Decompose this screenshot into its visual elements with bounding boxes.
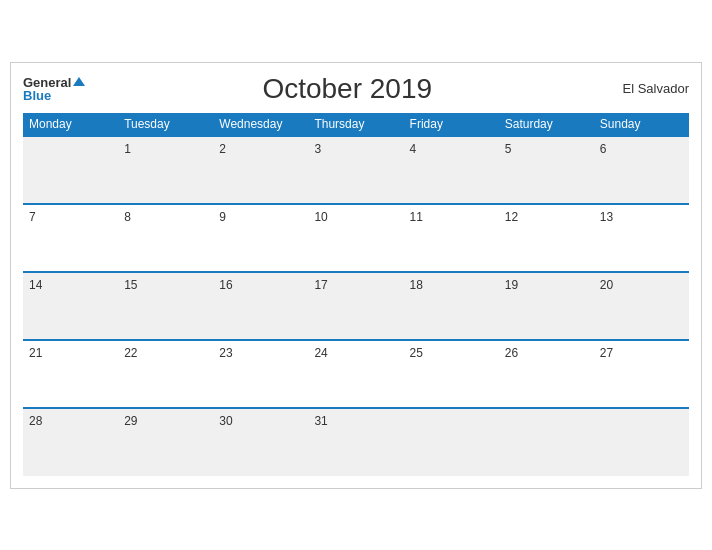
calendar-day-cell: 31: [308, 408, 403, 476]
day-number: 5: [505, 142, 588, 156]
calendar-header: General Blue October 2019 El Salvador: [23, 73, 689, 105]
weekday-header-thursday: Thursday: [308, 113, 403, 136]
calendar-day-cell: 8: [118, 204, 213, 272]
calendar-day-cell: 26: [499, 340, 594, 408]
calendar-day-cell: [594, 408, 689, 476]
calendar-day-cell: 7: [23, 204, 118, 272]
calendar-header-row: MondayTuesdayWednesdayThursdayFridaySatu…: [23, 113, 689, 136]
day-number: 11: [410, 210, 493, 224]
weekday-header-friday: Friday: [404, 113, 499, 136]
day-number: 18: [410, 278, 493, 292]
logo-general-line: General: [23, 76, 85, 89]
day-number: 28: [29, 414, 112, 428]
calendar-day-cell: 16: [213, 272, 308, 340]
calendar-day-cell: 15: [118, 272, 213, 340]
calendar-day-cell: [499, 408, 594, 476]
calendar-day-cell: [404, 408, 499, 476]
calendar-day-cell: 17: [308, 272, 403, 340]
day-number: 1: [124, 142, 207, 156]
day-number: 15: [124, 278, 207, 292]
day-number: 25: [410, 346, 493, 360]
logo-general-text: General: [23, 76, 71, 89]
day-number: 24: [314, 346, 397, 360]
day-number: 19: [505, 278, 588, 292]
day-number: 6: [600, 142, 683, 156]
calendar-day-cell: 29: [118, 408, 213, 476]
day-number: 29: [124, 414, 207, 428]
calendar-day-cell: 4: [404, 136, 499, 204]
calendar-day-cell: 21: [23, 340, 118, 408]
day-number: 26: [505, 346, 588, 360]
day-number: 2: [219, 142, 302, 156]
calendar-day-cell: 13: [594, 204, 689, 272]
month-title: October 2019: [85, 73, 609, 105]
day-number: 31: [314, 414, 397, 428]
day-number: 10: [314, 210, 397, 224]
country-label: El Salvador: [609, 81, 689, 96]
day-number: 22: [124, 346, 207, 360]
day-number: 16: [219, 278, 302, 292]
calendar-day-cell: 27: [594, 340, 689, 408]
weekday-header-tuesday: Tuesday: [118, 113, 213, 136]
day-number: 23: [219, 346, 302, 360]
day-number: 4: [410, 142, 493, 156]
day-number: 9: [219, 210, 302, 224]
calendar-day-cell: 25: [404, 340, 499, 408]
day-number: 3: [314, 142, 397, 156]
calendar-day-cell: 24: [308, 340, 403, 408]
calendar-day-cell: 6: [594, 136, 689, 204]
day-number: 21: [29, 346, 112, 360]
day-number: 27: [600, 346, 683, 360]
calendar-day-cell: 18: [404, 272, 499, 340]
weekday-header-saturday: Saturday: [499, 113, 594, 136]
day-number: 12: [505, 210, 588, 224]
weekday-header-row: MondayTuesdayWednesdayThursdayFridaySatu…: [23, 113, 689, 136]
logo-blue-text: Blue: [23, 89, 85, 102]
logo-triangle-icon: [73, 77, 85, 86]
calendar-day-cell: 23: [213, 340, 308, 408]
calendar-day-cell: 10: [308, 204, 403, 272]
day-number: 14: [29, 278, 112, 292]
weekday-header-sunday: Sunday: [594, 113, 689, 136]
logo: General Blue: [23, 76, 85, 102]
calendar-day-cell: 5: [499, 136, 594, 204]
day-number: 8: [124, 210, 207, 224]
calendar-day-cell: 22: [118, 340, 213, 408]
day-number: 20: [600, 278, 683, 292]
calendar-body: 1234567891011121314151617181920212223242…: [23, 136, 689, 476]
calendar-week-row: 78910111213: [23, 204, 689, 272]
weekday-header-monday: Monday: [23, 113, 118, 136]
calendar-week-row: 21222324252627: [23, 340, 689, 408]
calendar-day-cell: [23, 136, 118, 204]
calendar-day-cell: 30: [213, 408, 308, 476]
day-number: 13: [600, 210, 683, 224]
calendar-day-cell: 2: [213, 136, 308, 204]
calendar-day-cell: 20: [594, 272, 689, 340]
calendar-day-cell: 9: [213, 204, 308, 272]
calendar-week-row: 123456: [23, 136, 689, 204]
calendar-day-cell: 3: [308, 136, 403, 204]
weekday-header-wednesday: Wednesday: [213, 113, 308, 136]
calendar-day-cell: 19: [499, 272, 594, 340]
calendar-table: MondayTuesdayWednesdayThursdayFridaySatu…: [23, 113, 689, 476]
calendar-day-cell: 12: [499, 204, 594, 272]
calendar-week-row: 28293031: [23, 408, 689, 476]
day-number: 7: [29, 210, 112, 224]
calendar-day-cell: 14: [23, 272, 118, 340]
day-number: 17: [314, 278, 397, 292]
calendar-day-cell: 11: [404, 204, 499, 272]
calendar: General Blue October 2019 El Salvador Mo…: [10, 62, 702, 489]
calendar-week-row: 14151617181920: [23, 272, 689, 340]
calendar-day-cell: 1: [118, 136, 213, 204]
day-number: 30: [219, 414, 302, 428]
calendar-day-cell: 28: [23, 408, 118, 476]
